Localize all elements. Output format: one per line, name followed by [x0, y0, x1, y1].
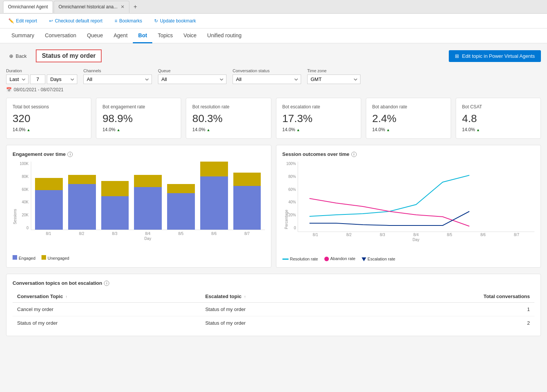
kpi-csat-title: Bot CSAT	[462, 104, 534, 110]
duration-label: Duration	[6, 68, 77, 73]
engagement-info-icon[interactable]: i	[67, 152, 73, 157]
back-label: Back	[16, 53, 27, 59]
kpi-csat-value: 4.8	[462, 113, 534, 125]
bookmarks-label: Bookmarks	[119, 18, 142, 24]
abandon-legend-color	[324, 257, 329, 261]
tab-topics[interactable]: Topics	[152, 29, 178, 43]
new-tab-button[interactable]: +	[130, 2, 141, 12]
checkout-report-button[interactable]: ↩ Checkout default report	[47, 17, 105, 25]
back-icon: ⊕	[9, 53, 13, 59]
timezone-filter: Time zone GMT	[307, 68, 360, 84]
duration-unit-select[interactable]: Days	[47, 75, 77, 84]
conv-status-select[interactable]: All	[233, 75, 301, 84]
bar-group	[233, 162, 261, 230]
checkout-report-label: Checkout default report	[55, 18, 102, 24]
table-info-icon[interactable]: i	[104, 281, 109, 286]
tab-agent-label: Omnichannel Agent	[8, 4, 48, 10]
table-row: Cancel my order Status of my order 1	[13, 303, 534, 316]
toolbar: ✏️ Edit report ↩ Checkout default report…	[0, 14, 547, 29]
kpi-escalation-rate: Bot escalation rate 17.3% 14.0% ▲	[276, 98, 361, 139]
back-button[interactable]: ⊕ Back	[6, 52, 30, 60]
pencil-icon: ✏️	[8, 18, 14, 24]
engagement-chart-card: Engagement over time i 100K 80K 60K 40K …	[6, 145, 271, 268]
kpi-resolution-rate-change: 14.0% ▲	[192, 127, 265, 132]
bookmark-icon: ≡	[115, 18, 117, 24]
duration-select[interactable]: Last	[6, 75, 29, 84]
edit-topic-button[interactable]: ⊞ Edit topic in Power Virtual Agents	[449, 50, 541, 62]
session-chart-title: Session outcomes over time i	[282, 151, 535, 157]
bar-engaged	[167, 193, 195, 230]
row1-escalated: Status of my order	[201, 303, 359, 316]
tab-summary[interactable]: Summary	[6, 29, 40, 43]
header-row: ⊕ Back Status of my order ⊞ Edit topic i…	[6, 49, 541, 62]
tab-voice[interactable]: Voice	[178, 29, 202, 43]
col-conversation-topic[interactable]: Conversation Topic ↑	[13, 290, 201, 303]
tab-queue[interactable]: Queue	[81, 29, 108, 43]
conv-status-label: Conversation status	[233, 68, 301, 73]
tab-unified-routing[interactable]: Unified routing	[202, 29, 247, 43]
kpi-escalation-rate-title: Bot escalation rate	[282, 104, 355, 110]
y-axis-label: Sessions	[13, 209, 17, 225]
timezone-label: Time zone	[307, 68, 360, 73]
bookmarks-button[interactable]: ≡ Bookmarks	[112, 17, 144, 25]
row2-escalated: Status of my order	[201, 316, 359, 330]
abandon-line	[309, 198, 469, 226]
row2-topic: Status of my order	[13, 316, 201, 330]
update-bookmark-label: Update bookmark	[160, 18, 196, 24]
bar-group	[167, 162, 195, 230]
kpi-engagement-rate-title: Bot engagement rate	[102, 104, 175, 110]
date-range: 📅 08/01/2021 - 08/07/2021	[6, 87, 541, 92]
kpi-escalation-rate-change: 14.0% ▲	[282, 127, 355, 132]
queue-select[interactable]: All	[158, 75, 226, 84]
sort-icon-escalated: ↑	[244, 295, 246, 299]
bar-group	[68, 162, 96, 230]
line-chart-legend: Resolution rate Abandon rate Escalation …	[282, 256, 535, 261]
kpi-engagement-rate-value: 98.9%	[102, 113, 175, 125]
duration-number[interactable]	[30, 75, 45, 84]
tab-historical[interactable]: Omnichannel historical ana... ✕	[54, 1, 129, 13]
up-arrow-icon: ▲	[116, 128, 120, 132]
kpi-resolution-rate-value: 80.3%	[192, 113, 265, 125]
channels-label: Channels	[83, 68, 152, 73]
close-tab-icon[interactable]: ✕	[121, 4, 124, 10]
tab-conversation[interactable]: Conversation	[40, 29, 82, 43]
x-axis-labels-bar: 8/1 8/2 8/3 8/4 8/5 8/6 8/7	[31, 232, 265, 236]
update-bookmark-button[interactable]: ↻ Update bookmark	[152, 17, 198, 25]
edit-report-button[interactable]: ✏️ Edit report	[6, 17, 39, 25]
channels-filter: Channels All	[83, 68, 152, 84]
tab-agent[interactable]: Omnichannel Agent	[3, 1, 53, 13]
bar-engaged	[233, 186, 261, 230]
bar-unengaged	[134, 175, 162, 187]
topic-title: Status of my order	[36, 49, 102, 62]
row1-total: 1	[359, 303, 534, 316]
conv-status-filter: Conversation status All	[233, 68, 301, 84]
bar-group	[134, 162, 162, 230]
kpi-total-sessions-title: Total bot sessions	[13, 104, 85, 110]
kpi-engagement-rate: Bot engagement rate 98.9% 14.0% ▲	[96, 98, 181, 139]
channels-select[interactable]: All	[83, 75, 152, 84]
browser-tabs: Omnichannel Agent Omnichannel historical…	[0, 0, 547, 14]
resolution-legend-color	[282, 259, 289, 260]
timezone-select[interactable]: GMT	[307, 75, 360, 84]
kpi-abandon-rate-change: 14.0% ▲	[372, 127, 445, 132]
tab-agent[interactable]: Agent	[108, 29, 133, 43]
table-title: Conversation topics on bot escalation i	[13, 280, 534, 286]
duration-filter: Duration Last Days	[6, 68, 77, 84]
engagement-chart-title: Engagement over time i	[13, 151, 265, 157]
duration-controls: Last Days	[6, 75, 77, 84]
kpi-csat-change: 14.0% ▲	[462, 127, 534, 132]
bar-unengaged	[233, 173, 261, 186]
row2-total: 2	[359, 316, 534, 330]
x-axis-labels-line: 8/1 8/2 8/3 8/4 8/5 8/6 8/7	[298, 233, 535, 237]
main-content: ⊕ Back Status of my order ⊞ Edit topic i…	[0, 43, 547, 342]
queue-label: Queue	[158, 68, 226, 73]
bar-chart-legend: Engaged Unengaged	[13, 255, 265, 260]
session-info-icon[interactable]: i	[351, 152, 357, 157]
kpi-total-sessions: Total bot sessions 320 14.0% ▲	[6, 98, 91, 139]
col-escalated-topic[interactable]: Escalated topic ↑	[201, 290, 359, 303]
kpi-resolution-rate-title: Bot resolution rate	[192, 104, 265, 110]
col-total-conversations[interactable]: Total conversations	[359, 290, 534, 303]
tab-bot[interactable]: Bot	[133, 29, 152, 43]
kpi-abandon-rate: Bot abandon rate 2.4% 14.0% ▲	[366, 98, 451, 139]
bar-group	[200, 162, 228, 230]
